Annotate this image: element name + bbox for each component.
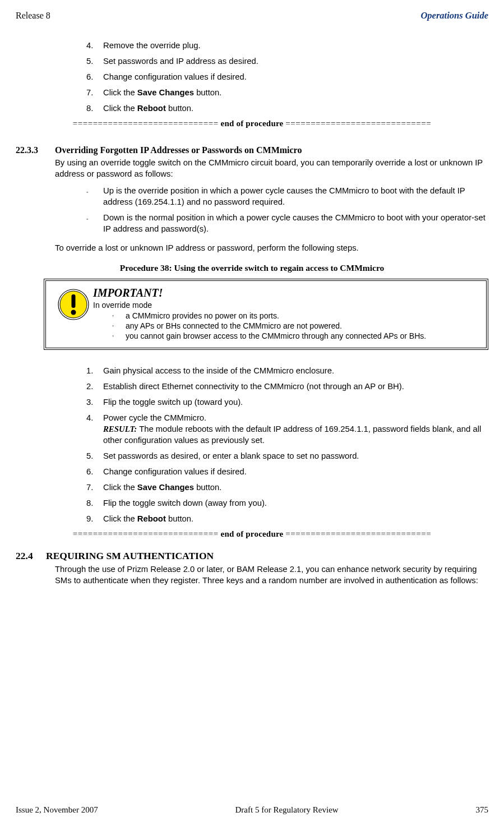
step-number: 2. <box>86 381 103 393</box>
list-item: ◦Down is the normal position in which a … <box>86 213 488 235</box>
step-text: Click the Reboot button. <box>103 103 193 114</box>
svg-rect-2 <box>72 294 76 308</box>
procedure-list-2: 1.Gain physical access to the inside of … <box>16 366 488 525</box>
footer-draft: Draft 5 for Regulatory Review <box>235 805 339 815</box>
procedure-step: 8.Click the Reboot button. <box>86 103 488 114</box>
step-number: 3. <box>86 397 103 408</box>
list-item-text: Down is the normal position in which a p… <box>103 213 488 235</box>
step-text: Set passwords and IP address as desired. <box>103 56 258 67</box>
section-number: 22.3.3 <box>16 145 55 155</box>
step-number: 4. <box>86 413 103 446</box>
procedure-step: 3.Flip the toggle switch up (toward you)… <box>86 397 488 408</box>
step-number: 7. <box>86 87 103 99</box>
procedure-step: 7.Click the Save Changes button. <box>86 87 488 99</box>
procedure-step: 5.Set passwords as desired, or enter a b… <box>86 451 488 462</box>
procedure-step: 9.Click the Reboot button. <box>86 514 488 525</box>
bullet-icon: ◦ <box>112 311 126 321</box>
procedure-list-1: 4.Remove the override plug.5.Set passwor… <box>16 40 488 114</box>
step-number: 8. <box>86 498 103 509</box>
important-icon <box>54 287 93 342</box>
section-number-224: 22.4 <box>16 550 46 562</box>
step-text: Set passwords as desired, or enter a bla… <box>103 451 359 462</box>
footer-issue: Issue 2, November 2007 <box>16 805 98 815</box>
step-number: 6. <box>86 467 103 478</box>
important-subtitle: In override mode <box>93 301 426 310</box>
end-of-procedure-1: ============================= end of pro… <box>16 119 488 128</box>
list-item-text: a CMMmicro provides no power on its port… <box>126 311 279 321</box>
step-number: 4. <box>86 40 103 52</box>
list-item: ◦any APs or BHs connected to the CMMmicr… <box>112 321 426 331</box>
procedure-title: Procedure 38: Using the override switch … <box>16 263 488 273</box>
step-text: Flip the toggle switch down (away from y… <box>103 498 267 509</box>
procedure-step: 4.Remove the override plug. <box>86 40 488 52</box>
section-intro: By using an override toggle switch on th… <box>55 158 488 180</box>
important-bullet-list: ◦a CMMmicro provides no power on its por… <box>93 311 426 342</box>
page-footer: Issue 2, November 2007 Draft 5 for Regul… <box>16 805 488 815</box>
step-text: Remove the override plug. <box>103 40 201 52</box>
bullet-icon: ◦ <box>112 321 126 331</box>
section-title: Overriding Forgotten IP Addresses or Pas… <box>55 145 302 155</box>
procedure-step: 4.Power cycle the CMMmicro.RESULT: The m… <box>86 413 488 446</box>
list-item: ◦Up is the override position in which a … <box>86 186 488 208</box>
step-text: Power cycle the CMMmicro.RESULT: The mod… <box>103 413 488 446</box>
override-positions-list: ◦Up is the override position in which a … <box>86 186 488 235</box>
procedure-step: 8.Flip the toggle switch down (away from… <box>86 498 488 509</box>
step-number: 5. <box>86 451 103 462</box>
section-heading-2233: 22.3.3 Overriding Forgotten IP Addresses… <box>16 145 488 155</box>
step-number: 7. <box>86 482 103 493</box>
procedure-step: 6.Change configuration values if desired… <box>86 72 488 83</box>
important-callout: IMPORTANT! In override mode ◦a CMMmicro … <box>44 279 488 350</box>
header-release: Release 8 <box>16 11 50 21</box>
step-text: Change configuration values if desired. <box>103 72 247 83</box>
svg-point-3 <box>71 310 76 315</box>
header-guide-title: Operations Guide <box>420 10 488 21</box>
step-text: Gain physical access to the inside of th… <box>103 366 334 377</box>
important-title: IMPORTANT! <box>93 287 426 299</box>
procedure-step: 5.Set passwords and IP address as desire… <box>86 56 488 67</box>
important-text: IMPORTANT! In override mode ◦a CMMmicro … <box>93 287 426 342</box>
step-text: Click the Reboot button. <box>103 514 193 525</box>
procedure-step: 7.Click the Save Changes button. <box>86 482 488 493</box>
list-item-text: any APs or BHs connected to the CMMmicro… <box>126 321 342 331</box>
list-item: ◦you cannot gain browser access to the C… <box>112 331 426 341</box>
procedure-lead: To override a lost or unknown IP address… <box>55 243 488 254</box>
page-header: Release 8 Operations Guide <box>16 10 488 21</box>
step-number: 9. <box>86 514 103 525</box>
bullet-icon: ◦ <box>86 186 103 208</box>
footer-page-number: 375 <box>476 805 489 815</box>
list-item-text: you cannot gain browser access to the CM… <box>126 331 426 341</box>
step-text: Change configuration values if desired. <box>103 467 247 478</box>
step-number: 1. <box>86 366 103 377</box>
list-item-text: Up is the override position in which a p… <box>103 186 488 208</box>
step-number: 6. <box>86 72 103 83</box>
step-text: Click the Save Changes button. <box>103 482 221 493</box>
step-number: 5. <box>86 56 103 67</box>
list-item: ◦a CMMmicro provides no power on its por… <box>112 311 426 321</box>
step-text: Flip the toggle switch up (toward you). <box>103 397 243 408</box>
section-224-body: Through the use of Prizm Release 2.0 or … <box>55 564 488 587</box>
end-of-procedure-2: ============================= end of pro… <box>16 529 488 539</box>
bullet-icon: ◦ <box>112 331 126 341</box>
step-text: Establish direct Ethernet connectivity t… <box>103 381 404 393</box>
step-text: Click the Save Changes button. <box>103 87 221 99</box>
step-number: 8. <box>86 103 103 114</box>
bullet-icon: ◦ <box>86 213 103 235</box>
section-heading-224: 22.4 REQUIRING SM AUTHENTICATION <box>16 550 488 562</box>
procedure-step: 2.Establish direct Ethernet connectivity… <box>86 381 488 393</box>
procedure-step: 6.Change configuration values if desired… <box>86 467 488 478</box>
section-title-224: REQUIRING SM AUTHENTICATION <box>46 550 214 562</box>
procedure-step: 1.Gain physical access to the inside of … <box>86 366 488 377</box>
